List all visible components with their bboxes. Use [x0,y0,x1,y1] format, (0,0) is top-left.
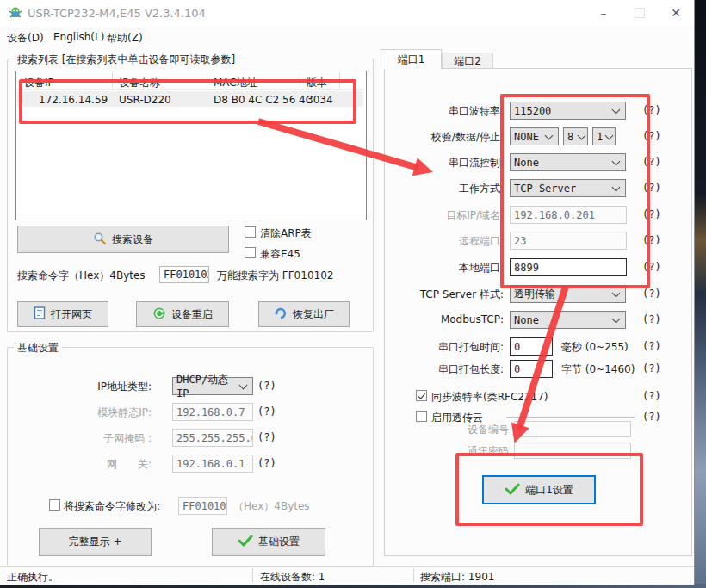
title-bar: USR-TCP232-M4,E45 V2.3.4.104 – ✕ [0,0,694,26]
row-device-ip[interactable]: 172.16.14.59 [39,94,108,106]
help-link[interactable]: (?) [642,390,661,402]
help-link[interactable]: (?) [257,457,276,469]
factory-reset-icon [274,306,288,323]
help-link[interactable]: (?) [642,156,661,168]
help-link[interactable]: (?) [257,380,276,392]
baud-label: 串口波特率: [387,104,504,119]
baud-select[interactable]: 115200 [510,102,626,120]
help-link[interactable]: (?) [642,182,661,194]
basic-set-label: 基础设置 [258,535,300,549]
status-device-count: 在线设备数: 1 [260,570,325,585]
menu-device[interactable]: 设备(D) [7,31,44,46]
help-link[interactable]: (?) [257,405,276,418]
parity-select[interactable]: NONE [510,127,559,145]
help-link[interactable]: (?) [642,340,661,352]
desktop-backdrop-right [694,0,706,588]
target-ip-label: 目标IP/域名: [387,208,504,223]
work-mode-select[interactable]: TCP Server [510,179,626,197]
pack-time-unit: 毫秒 (0~255) [561,340,629,355]
local-port-input[interactable] [510,258,627,276]
gateway-input[interactable] [172,455,253,473]
help-link[interactable]: (?) [642,362,661,374]
tab-port2[interactable]: 端口2 [442,53,493,69]
column-divider [112,72,113,88]
check-icon [238,535,253,549]
help-link[interactable]: (?) [257,431,276,443]
check-icon [505,483,520,498]
static-ip-input[interactable] [172,403,253,421]
chevron-down-icon [605,131,614,139]
open-webpage-button[interactable]: 打开网页 [17,301,108,327]
app-window: USR-TCP232-M4,E45 V2.3.4.104 – ✕ 设备(D) E… [0,0,695,584]
full-display-button[interactable]: 完整显示 + [39,528,152,556]
row-mac[interactable]: D8 B0 4C C2 56 4C [214,94,313,106]
modify-cmd-input[interactable] [178,497,227,515]
remote-port-input[interactable] [510,232,627,250]
subnet-mask-label: 子网掩码 : [52,431,152,446]
factory-reset-button[interactable]: 恢复出厂 [258,301,350,327]
universal-cmd-note: 万能搜索字为 FF010102 [217,269,333,283]
help-link[interactable]: (?) [642,313,661,325]
port1-set-button[interactable]: 端口1设置 [482,475,596,504]
sync-baud-checkbox[interactable] [416,390,427,401]
sync-baud-label[interactable]: 同步波特率(类RFC2217) [431,390,548,405]
modify-cmd-checkbox[interactable] [49,499,60,511]
row-device-name[interactable]: USR-D220 [119,94,171,106]
modify-cmd-suffix: （Hex）4Bytes [233,499,310,514]
help-link[interactable]: (?) [642,261,661,273]
compat-e45-label[interactable]: 兼容E45 [260,247,300,262]
row-version[interactable]: 3034 [307,94,333,106]
ip-type-select[interactable]: DHCP/动态IP [172,377,253,395]
help-link[interactable]: (?) [642,208,661,220]
port1-set-label: 端口1设置 [525,483,573,498]
menu-help[interactable]: 帮助(Z) [107,31,143,46]
flow-select[interactable]: None [510,153,626,171]
webpage-icon [34,306,46,322]
tab-port1[interactable]: 端口1 [381,49,442,69]
chevron-down-icon [612,105,621,114]
column-divider [339,72,340,88]
pack-time-input[interactable] [510,337,553,356]
help-link[interactable]: (?) [642,234,661,246]
search-cmd-input[interactable] [159,266,209,283]
chevron-down-icon [612,157,621,165]
restart-device-button[interactable]: 设备重启 [136,301,229,327]
databits-value: 8 [567,131,573,143]
help-link[interactable]: (?) [642,411,661,423]
search-device-label: 搜索设备 [112,232,153,247]
close-button[interactable]: ✕ [658,0,694,26]
header-divider [16,89,364,90]
minimize-icon: – [601,6,607,20]
status-search-port: 搜索端口: 1901 [420,570,494,585]
search-device-button[interactable]: 搜索设备 [17,226,229,253]
full-display-label: 完整显示 + [69,535,122,549]
basic-set-button[interactable]: 基础设置 [212,528,325,556]
pack-len-input[interactable] [510,360,553,378]
target-ip-input[interactable] [510,206,627,224]
ip-type-label: IP地址类型: [52,380,152,394]
restart-icon [152,306,166,323]
comm-password-input[interactable] [514,443,631,459]
minimize-button[interactable]: – [585,0,622,26]
subnet-mask-input[interactable] [172,429,253,447]
tab-port2-label: 端口2 [454,54,481,69]
stopbits-select[interactable]: 1 [592,127,616,145]
pack-time-label: 串口打包时间: [387,340,504,355]
modify-cmd-label[interactable]: 将搜索命令字修改为: [64,499,160,514]
maximize-button[interactable] [622,0,658,26]
clear-arp-checkbox[interactable] [245,226,256,238]
static-ip-label: 模块静态IP: [52,405,152,420]
help-link[interactable]: (?) [642,104,661,116]
gateway-label: 网 关: [52,457,152,472]
help-link[interactable]: (?) [642,288,661,300]
databits-select[interactable]: 8 [563,127,588,145]
compat-e45-checkbox[interactable] [245,247,256,258]
menu-english[interactable]: English(L) [53,31,104,43]
restart-device-label: 设备重启 [171,307,213,322]
tcp-style-select[interactable]: 透明传输 [510,285,626,303]
help-link[interactable]: (?) [642,130,661,142]
device-id-input[interactable] [514,421,631,437]
modbus-select[interactable]: None [510,311,626,329]
cloud-checkbox[interactable] [416,411,427,422]
clear-arp-label[interactable]: 清除ARP表 [260,226,312,241]
